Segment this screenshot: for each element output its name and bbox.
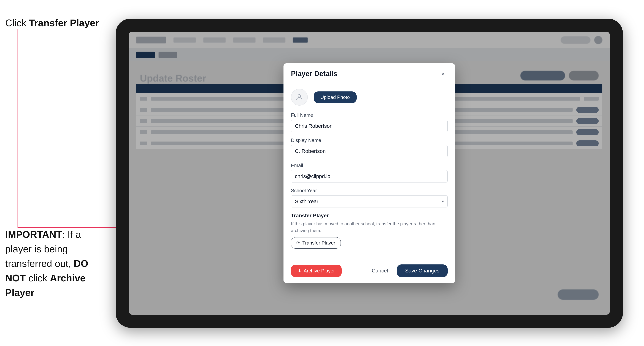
instruction-top: Click Transfer Player: [5, 17, 99, 29]
instruction-important-label: IMPORTANT: [5, 229, 62, 240]
email-group: Email: [291, 163, 448, 182]
transfer-section: Transfer Player If this player has moved…: [291, 213, 448, 249]
tablet-device: Update Roster: [116, 19, 623, 328]
cancel-button[interactable]: Cancel: [367, 264, 392, 277]
display-name-group: Display Name: [291, 138, 448, 157]
school-year-select-wrapper: First Year Second Year Third Year Fourth…: [291, 195, 448, 207]
display-name-input[interactable]: [291, 145, 448, 157]
transfer-section-title: Transfer Player: [291, 213, 448, 219]
svg-point-0: [298, 94, 301, 97]
instruction-transfer-bold: Transfer Player: [29, 17, 99, 28]
instruction-bottom: IMPORTANT: If a player is being transfer…: [5, 227, 110, 300]
transfer-icon: ⟳: [296, 240, 300, 246]
modal-body: Upload Photo Full Name Display Name Emai…: [284, 83, 455, 260]
archive-icon: ⬇: [298, 268, 302, 273]
close-icon: ×: [442, 70, 445, 77]
transfer-button-label: Transfer Player: [302, 240, 335, 246]
annotation-vertical-line: [18, 29, 18, 228]
display-name-label: Display Name: [291, 138, 448, 143]
full-name-group: Full Name: [291, 112, 448, 132]
school-year-group: School Year First Year Second Year Third…: [291, 188, 448, 207]
transfer-section-description: If this player has moved to another scho…: [291, 220, 448, 234]
tablet-screen: Update Roster: [129, 32, 610, 315]
save-changes-button[interactable]: Save Changes: [397, 264, 448, 277]
avatar-section: Upload Photo: [291, 89, 448, 106]
player-details-modal: Player Details × Upload Photo: [284, 63, 455, 283]
school-year-label: School Year: [291, 188, 448, 193]
avatar-placeholder: [291, 89, 308, 106]
transfer-player-button[interactable]: ⟳ Transfer Player: [291, 237, 341, 249]
upload-photo-button[interactable]: Upload Photo: [314, 91, 356, 103]
email-label: Email: [291, 163, 448, 168]
modal-title: Player Details: [291, 70, 338, 78]
full-name-label: Full Name: [291, 112, 448, 118]
footer-right-actions: Cancel Save Changes: [367, 264, 448, 277]
email-input[interactable]: [291, 170, 448, 182]
archive-button-label: Archive Player: [304, 268, 335, 274]
school-year-select[interactable]: First Year Second Year Third Year Fourth…: [291, 195, 448, 207]
modal-footer: ⬇ Archive Player Cancel Save Changes: [284, 260, 455, 283]
modal-header: Player Details ×: [284, 63, 455, 83]
full-name-input[interactable]: [291, 120, 448, 132]
modal-close-button[interactable]: ×: [439, 69, 448, 78]
instruction-click-text: Click: [5, 17, 29, 28]
instruction-click-label: click: [26, 273, 50, 283]
archive-player-button[interactable]: ⬇ Archive Player: [291, 265, 342, 277]
